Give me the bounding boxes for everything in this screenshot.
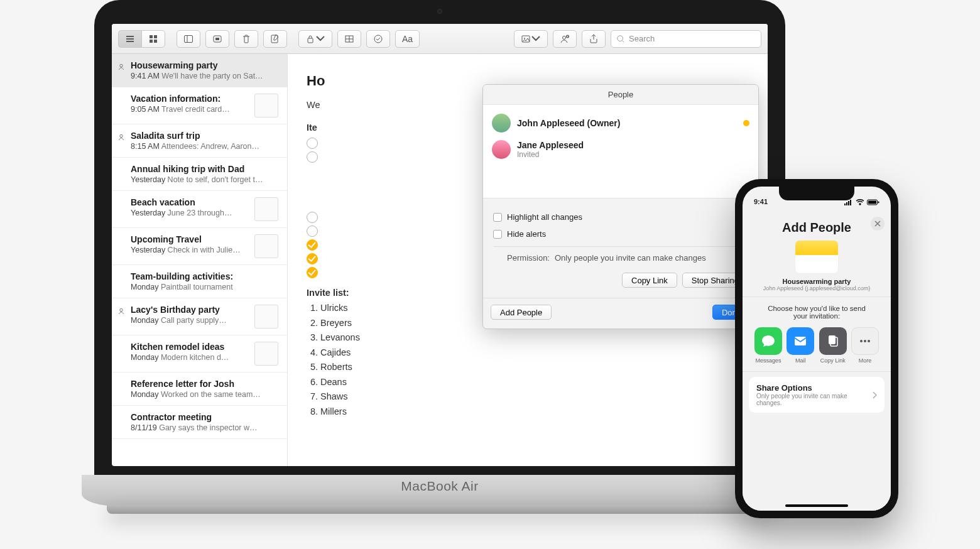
- svg-rect-24: [868, 201, 876, 204]
- add-person-icon: [560, 34, 570, 44]
- share-target-messages[interactable]: Messages: [753, 327, 784, 364]
- share-target-mail[interactable]: Mail: [785, 327, 816, 364]
- note-list-item[interactable]: Vacation information:9:05 AM Travel cred…: [112, 87, 287, 124]
- check-circle-icon: [307, 212, 318, 223]
- table-button[interactable]: [337, 30, 361, 48]
- people-list: John Appleseed (Owner) Jane Appleseed In…: [483, 104, 758, 198]
- note-list[interactable]: Housewarming party9:41 AM We'll have the…: [112, 54, 288, 466]
- grid-view-toggle[interactable]: [141, 30, 165, 48]
- note-subtitle: Monday Paintball tournament: [131, 283, 278, 291]
- note-thumbnail: [254, 234, 278, 258]
- chevron-down-icon: [531, 34, 541, 44]
- svg-rect-22: [850, 200, 851, 205]
- svg-point-31: [868, 340, 870, 342]
- sheet-instruction: Choose how you'd like to send your invit…: [749, 302, 885, 322]
- popover-title: People: [483, 85, 758, 104]
- person-row[interactable]: John Appleseed (Owner): [483, 110, 758, 136]
- collaborate-button[interactable]: [553, 30, 577, 48]
- chevron-right-icon: [872, 391, 877, 399]
- note-list-item[interactable]: Housewarming party9:41 AM We'll have the…: [112, 54, 287, 87]
- share-options-sub: Only people you invite can make changes.: [756, 393, 872, 406]
- macbook-foot: [107, 505, 773, 514]
- compose-icon: [270, 34, 280, 44]
- checklist-button[interactable]: [366, 30, 390, 48]
- note-title: Annual hiking trip with Dad: [131, 164, 278, 174]
- checklist-icon: [373, 34, 383, 44]
- share-icon: [589, 34, 599, 44]
- note-thumbnail: [254, 305, 278, 329]
- iphone-time: 9:41: [754, 198, 768, 205]
- note-list-item[interactable]: Beach vacationYesterday June 23 through…: [112, 191, 287, 228]
- permission-select[interactable]: Only people you invite can make changes: [555, 253, 748, 263]
- macbook-label: MacBook Air: [82, 475, 798, 506]
- new-note-button[interactable]: [263, 30, 287, 48]
- search-field[interactable]: Search: [611, 30, 761, 48]
- hide-alerts-checkbox[interactable]: Hide alerts: [493, 229, 748, 239]
- messages-icon: [754, 327, 782, 355]
- notes-app-icon: [795, 240, 839, 274]
- close-icon: [874, 220, 881, 227]
- shared-icon: [118, 133, 126, 141]
- macbook-label-text: MacBook Air: [401, 479, 478, 493]
- note-subtitle: Yesterday Note to self, don't forget t…: [131, 175, 278, 184]
- share-target-label: Mail: [785, 357, 816, 364]
- check-circle-done-icon: [307, 239, 318, 251]
- note-title: Contractor meeting: [131, 412, 278, 422]
- share-target-more[interactable]: More: [849, 327, 881, 364]
- mail-icon: [787, 327, 814, 355]
- format-button[interactable]: Aa: [395, 30, 420, 48]
- note-subtitle: 8/11/19 Gary says the inspector w…: [131, 423, 278, 432]
- home-indicator[interactable]: [785, 504, 848, 507]
- table-icon: [344, 34, 354, 44]
- svg-point-16: [120, 64, 122, 67]
- view-toggle: [118, 30, 165, 48]
- share-options-title: Share Options: [756, 383, 872, 393]
- svg-point-9: [374, 35, 382, 43]
- close-sheet-button[interactable]: [871, 217, 885, 231]
- note-subtitle: 9:05 AM Travel credit card…: [131, 105, 249, 114]
- person-row[interactable]: Jane Appleseed Invited: [483, 136, 758, 163]
- note-list-item[interactable]: Upcoming TravelYesterday Check in with J…: [112, 228, 287, 265]
- toggle-sidebar-button[interactable]: [177, 30, 200, 48]
- list-view-toggle[interactable]: [118, 30, 141, 48]
- lock-note-button[interactable]: [298, 30, 332, 48]
- attachments-button[interactable]: [205, 30, 229, 48]
- share-target-copy-link[interactable]: Copy Link: [817, 327, 849, 364]
- note-title: Reference letter for Josh: [131, 379, 278, 389]
- svg-rect-3: [215, 38, 219, 40]
- svg-rect-0: [185, 35, 193, 42]
- invitee: Millers: [320, 405, 749, 418]
- highlight-changes-checkbox[interactable]: Highlight all changes: [493, 212, 748, 222]
- add-people-button[interactable]: Add People: [491, 305, 552, 320]
- note-subtitle: Monday Modern kitchen d…: [131, 353, 249, 362]
- invitee: Shaws: [320, 389, 749, 403]
- note-list-item[interactable]: Reference letter for JoshMonday Worked o…: [112, 372, 287, 406]
- note-subtitle: 9:41 AM We'll have the party on Sat…: [131, 72, 278, 80]
- media-button[interactable]: [514, 30, 548, 48]
- note-list-item[interactable]: Contractor meeting8/11/19 Gary says the …: [112, 406, 287, 439]
- battery-icon: [867, 199, 879, 205]
- note-list-item[interactable]: Lacy's Birthday partyMonday Call party s…: [112, 298, 287, 335]
- share-button[interactable]: [582, 30, 606, 48]
- note-title: Vacation information:: [131, 94, 249, 104]
- note-title: Kitchen remodel ideas: [131, 342, 249, 352]
- copy-link-button[interactable]: Copy Link: [622, 273, 677, 288]
- share-popover: People John Appleseed (Owner): [482, 84, 759, 329]
- note-list-item[interactable]: Team-building activities:Monday Paintbal…: [112, 265, 287, 298]
- note-list-item[interactable]: Annual hiking trip with DadYesterday Not…: [112, 158, 287, 191]
- share-options-row[interactable]: Share Options Only people you invite can…: [749, 377, 885, 413]
- sheet-title: Add People: [749, 220, 885, 235]
- note-subtitle: Yesterday June 23 through…: [131, 209, 249, 217]
- note-list-item[interactable]: Kitchen remodel ideasMonday Modern kitch…: [112, 335, 287, 372]
- macbook-device: Aa Search Housewarming: [82, 0, 798, 521]
- sheet-note-sub: John Appleseed (j.appleseed@icloud.com): [749, 285, 885, 291]
- search-placeholder: Search: [629, 34, 655, 43]
- svg-rect-21: [848, 201, 849, 205]
- note-list-item[interactable]: Saladita surf trip8:15 AM Attendees: And…: [112, 124, 287, 158]
- checkbox-icon: [493, 213, 502, 222]
- check-circle-icon: [307, 151, 318, 163]
- delete-note-button[interactable]: [234, 30, 258, 48]
- note-subtitle: 8:15 AM Attendees: Andrew, Aaron…: [131, 142, 278, 151]
- list-view-icon: [125, 34, 135, 44]
- trash-icon: [241, 34, 251, 44]
